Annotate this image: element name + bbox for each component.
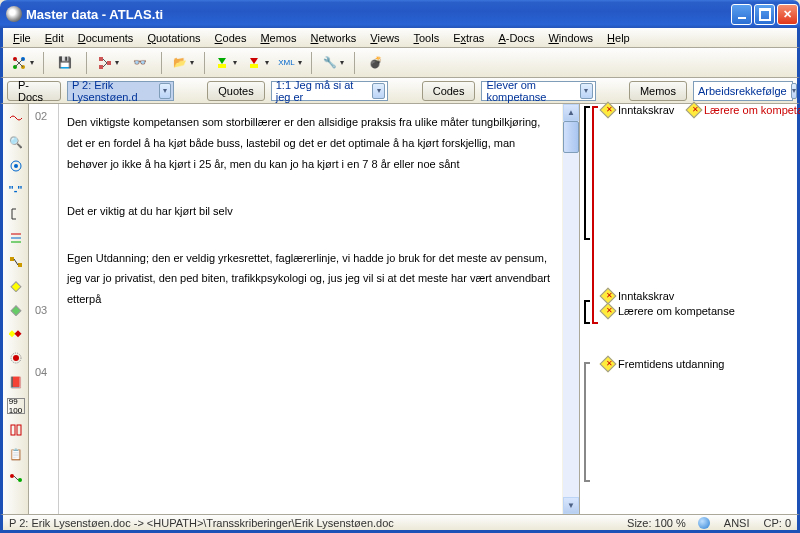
target-icon[interactable] xyxy=(7,158,25,174)
scroll-down-button[interactable]: ▼ xyxy=(563,497,579,514)
main-toolbar: 💾 👓 📂 XML 🔧 💣 xyxy=(0,48,800,78)
titlebar: Master data - ATLAS.ti xyxy=(0,0,800,28)
secondary-toolbar: P-Docs P 2: Erik Lysenstøen.d▾ Quotes 1:… xyxy=(0,78,800,104)
svg-point-29 xyxy=(10,474,14,478)
nodes-icon[interactable] xyxy=(7,470,25,486)
para-num-02: 02 xyxy=(35,110,47,122)
highlight1-icon[interactable] xyxy=(213,52,239,74)
taggreen-icon[interactable] xyxy=(7,302,25,318)
svg-rect-21 xyxy=(11,282,21,292)
code-laerere-2[interactable]: Lærere om kompetanse xyxy=(602,305,735,317)
svg-rect-11 xyxy=(218,64,226,68)
menu-extras[interactable]: Extras xyxy=(447,30,490,46)
pdocs-button[interactable]: P-Docs xyxy=(7,81,61,101)
quotes-combo[interactable]: 1:1 Jeg må si at jeg er▾ xyxy=(271,81,389,101)
quotes-button[interactable]: Quotes xyxy=(207,81,264,101)
branch-icon[interactable] xyxy=(9,52,35,74)
tree-icon[interactable] xyxy=(95,52,121,74)
svg-rect-22 xyxy=(11,306,21,316)
wavy-icon[interactable] xyxy=(7,110,25,126)
menu-windows[interactable]: Windows xyxy=(542,30,599,46)
menu-help[interactable]: Help xyxy=(601,30,636,46)
code-fremtidens[interactable]: Fremtidens utdanning xyxy=(602,358,724,370)
bracket-icon[interactable] xyxy=(7,206,25,222)
svg-line-9 xyxy=(103,59,107,63)
menu-file[interactable]: File xyxy=(7,30,37,46)
open-icon[interactable]: 📂 xyxy=(170,52,196,74)
menu-tools[interactable]: Tools xyxy=(408,30,446,46)
tagmulti-icon[interactable] xyxy=(7,326,25,342)
statusbar: P 2: Erik Lysenstøen.doc -> <HUPATH>\Tra… xyxy=(0,514,800,533)
svg-point-25 xyxy=(13,355,19,361)
close-button[interactable] xyxy=(777,4,798,25)
document-area[interactable]: Den viktigste kompetansen som storbillær… xyxy=(59,104,562,514)
svg-rect-28 xyxy=(17,425,21,435)
codes-combo[interactable]: Elever om kompetanse▾ xyxy=(481,81,595,101)
svg-line-31 xyxy=(14,476,18,480)
code-inntakskrav-2[interactable]: Inntakskrav xyxy=(602,290,674,302)
code-icon xyxy=(600,303,617,320)
bomb-icon[interactable]: 💣 xyxy=(363,52,389,74)
app-icon xyxy=(6,6,22,22)
book-icon[interactable]: 📕 xyxy=(7,374,25,390)
magnifier-icon[interactable]: 🔍 xyxy=(7,134,25,150)
status-path: P 2: Erik Lysenstøen.doc -> <HUPATH>\Tra… xyxy=(9,517,394,529)
bracket-1b[interactable] xyxy=(592,106,598,324)
menu-quotations[interactable]: Quotations xyxy=(141,30,206,46)
tagyellow-icon[interactable] xyxy=(7,278,25,294)
menu-codes[interactable]: Codes xyxy=(209,30,253,46)
svg-point-30 xyxy=(18,478,22,482)
status-enc: ANSI xyxy=(724,517,750,529)
svg-rect-8 xyxy=(107,61,111,65)
scroll-up-button[interactable]: ▲ xyxy=(563,104,579,121)
highlight2-icon[interactable] xyxy=(245,52,271,74)
window-title: Master data - ATLAS.ti xyxy=(26,7,731,22)
para-num-04: 04 xyxy=(35,366,47,378)
binoculars-icon[interactable]: 👓 xyxy=(127,52,153,74)
svg-rect-19 xyxy=(18,263,22,267)
cols-icon[interactable] xyxy=(7,422,25,438)
bars-icon[interactable] xyxy=(7,230,25,246)
menu-adocs[interactable]: A-Docs xyxy=(492,30,540,46)
scroll-thumb[interactable] xyxy=(563,121,579,153)
left-toolbar: 🔍 "-" 📕 99100 📋 xyxy=(3,104,29,514)
svg-rect-7 xyxy=(99,65,103,69)
paragraph-2[interactable]: Det er viktig at du har kjørt bil selv xyxy=(67,201,554,222)
xml-icon[interactable]: XML xyxy=(277,52,303,74)
code-panel: Inntakskrav Lærere om kompetanse Inntaks… xyxy=(579,104,797,514)
quotes-icon[interactable]: "-" xyxy=(7,182,25,198)
code-inntakskrav-1[interactable]: Inntakskrav xyxy=(602,104,674,116)
memos-combo[interactable]: Arbeidsrekkefølge▾ xyxy=(693,81,793,101)
dot-icon[interactable] xyxy=(7,350,25,366)
minimize-button[interactable] xyxy=(731,4,752,25)
maximize-button[interactable] xyxy=(754,4,775,25)
menu-documents[interactable]: Documents xyxy=(72,30,140,46)
code-icon xyxy=(600,356,617,373)
menu-views[interactable]: Views xyxy=(364,30,405,46)
svg-line-20 xyxy=(14,259,18,265)
svg-rect-18 xyxy=(10,257,14,261)
save-icon[interactable]: 💾 xyxy=(52,52,78,74)
wrench-icon[interactable]: 🔧 xyxy=(320,52,346,74)
net-icon[interactable] xyxy=(7,254,25,270)
paragraph-3[interactable]: Egen Utdanning; den er veldig yrkesrette… xyxy=(67,248,554,311)
para-margin: 02 03 04 xyxy=(29,104,59,514)
svg-rect-6 xyxy=(99,57,103,61)
menu-memos[interactable]: Memos xyxy=(254,30,302,46)
menu-networks[interactable]: Networks xyxy=(304,30,362,46)
codes-button[interactable]: Codes xyxy=(422,81,476,101)
code-laerere-1[interactable]: Lærere om kompetanse xyxy=(688,104,800,116)
bracket-2a[interactable] xyxy=(584,300,590,324)
status-size: Size: 100 % xyxy=(627,517,686,529)
vertical-scrollbar[interactable]: ▲ ▼ xyxy=(562,104,579,514)
num-icon[interactable]: 99100 xyxy=(7,398,25,414)
bracket-1a[interactable] xyxy=(584,106,590,240)
paragraph-1[interactable]: Den viktigste kompetansen som storbillær… xyxy=(67,112,554,175)
bracket-3[interactable] xyxy=(584,362,590,482)
paste-icon[interactable]: 📋 xyxy=(7,446,25,462)
memos-button[interactable]: Memos xyxy=(629,81,687,101)
pdocs-combo[interactable]: P 2: Erik Lysenstøen.d▾ xyxy=(67,81,174,101)
main-area: 🔍 "-" 📕 99100 📋 02 03 04 Den viktigste k… xyxy=(0,104,800,514)
para-num-03: 03 xyxy=(35,304,47,316)
menu-edit[interactable]: Edit xyxy=(39,30,70,46)
